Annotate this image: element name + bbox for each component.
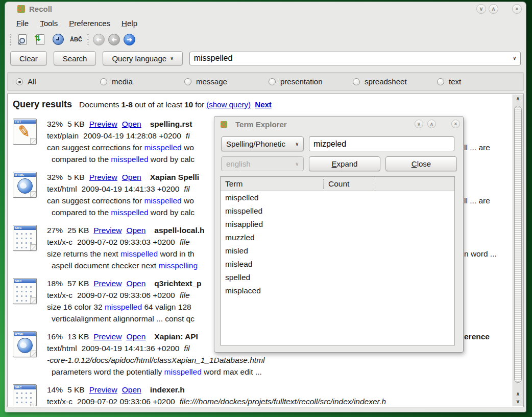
term-row[interactable]: mispelled xyxy=(221,191,454,204)
result-line2: text/x-c2009-07-02 09:33:06 +0200file xyxy=(47,289,219,301)
doc-type-label: SRC xyxy=(14,279,36,283)
toolbar-handle[interactable] xyxy=(87,33,89,45)
count-column-header[interactable]: Count xyxy=(323,179,375,189)
result-score: 32% xyxy=(47,120,63,128)
open-link[interactable]: Open xyxy=(126,332,146,341)
header-filler xyxy=(375,177,454,191)
next-page-icon[interactable]: ➜ xyxy=(124,34,135,45)
filter-message[interactable]: message xyxy=(184,77,269,86)
dialog-maximize-button[interactable]: ∧ xyxy=(427,120,436,128)
dialog-minimize-button[interactable]: ∨ xyxy=(415,120,423,128)
results-scrollbar[interactable]: ∧ ∧ ∨ xyxy=(513,95,523,406)
result-snippet: parameters word the potentially misspell… xyxy=(47,366,513,378)
term-row[interactable]: misspelled xyxy=(221,204,454,218)
radio-media[interactable] xyxy=(100,78,107,85)
filter-text[interactable]: text xyxy=(437,77,521,86)
radio-spreadsheet[interactable] xyxy=(353,78,360,85)
scrollbar-thumb[interactable] xyxy=(514,106,522,383)
close-dialog-button[interactable]: Close xyxy=(385,156,457,171)
filter-presentation[interactable]: presentation xyxy=(269,77,353,86)
open-link[interactable]: Open xyxy=(126,226,146,235)
preview-link[interactable]: Preview xyxy=(93,332,122,341)
show-query-link[interactable]: (show query) xyxy=(206,100,251,109)
titlebar[interactable]: Recoll ∨ ∧ × xyxy=(5,2,526,16)
maximize-button[interactable]: ∧ xyxy=(489,4,498,14)
term-explorer-abc-icon[interactable]: ÅBĈ xyxy=(69,32,83,47)
open-link[interactable]: Open xyxy=(122,385,141,394)
term-row[interactable]: misapplied xyxy=(221,218,454,231)
result-size: 25 KB xyxy=(67,226,89,235)
result-url: file xyxy=(180,238,190,246)
term-row[interactable]: misplaced xyxy=(221,284,454,297)
next-page-link[interactable]: Next xyxy=(255,100,272,109)
result-filename: indexer.h xyxy=(150,385,185,394)
search-button[interactable]: Search xyxy=(54,51,96,65)
term-row[interactable]: muzzled xyxy=(221,231,454,244)
result-score: 27% xyxy=(47,226,63,235)
preview-link[interactable]: Preview xyxy=(89,385,117,394)
menu-file[interactable]: File xyxy=(11,18,34,29)
radio-text[interactable] xyxy=(437,78,444,85)
minimize-button[interactable]: ∨ xyxy=(476,4,486,14)
previous-page-icon[interactable]: ➜ xyxy=(108,34,120,45)
language-dropdown[interactable]: english ∨ xyxy=(221,156,304,171)
sort-update-icon[interactable]: ⇅ xyxy=(33,32,47,47)
radio-message[interactable] xyxy=(184,78,191,85)
search-document-icon[interactable] xyxy=(15,32,30,47)
preview-link[interactable]: Preview xyxy=(93,226,122,235)
first-page-icon[interactable]: ➜ xyxy=(93,34,105,45)
pencil-icon: ✎ xyxy=(16,121,32,141)
scroll-down-icon[interactable]: ∨ xyxy=(513,398,523,405)
result-snippet: can suggest corrections for misspelled w… xyxy=(47,142,219,153)
dialog-titlebar[interactable]: Term Explorer ∨ ∧ × xyxy=(214,117,463,132)
term-row[interactable]: mislead xyxy=(221,258,454,271)
open-link[interactable]: Open xyxy=(122,120,141,128)
result-mime: text/x-c xyxy=(47,291,72,299)
menu-preferences[interactable]: Preferences xyxy=(63,18,116,29)
snippet-text: word max edit ... xyxy=(202,367,262,376)
result-snippet: can suggest corrections for misspelled w… xyxy=(47,195,219,206)
radio-presentation[interactable] xyxy=(269,78,276,85)
search-input[interactable] xyxy=(194,54,510,63)
snippet-text: verticalalignment alignnormal ... const … xyxy=(52,314,195,323)
term-input[interactable] xyxy=(309,136,454,151)
occluded-text-fragment: erence xyxy=(464,331,490,342)
close-button[interactable]: × xyxy=(512,4,522,14)
open-link[interactable]: Open xyxy=(122,173,141,181)
radio-all[interactable] xyxy=(16,78,23,85)
toolbar-handle[interactable] xyxy=(9,33,12,45)
expand-button[interactable]: Expand xyxy=(309,156,380,171)
snippet-text: aspell document checker next xyxy=(52,261,158,270)
preview-link[interactable]: Preview xyxy=(93,279,122,288)
filter-spreadsheet[interactable]: spreadsheet xyxy=(353,77,437,86)
preview-link[interactable]: Preview xyxy=(89,120,117,128)
history-clock-icon[interactable] xyxy=(51,32,65,47)
match-term: misspelled xyxy=(144,196,181,205)
filter-label: spreadsheet xyxy=(365,77,407,86)
doc-icon-src: SRC xyxy=(13,225,37,251)
filter-media[interactable]: media xyxy=(100,77,184,86)
preview-link[interactable]: Preview xyxy=(89,173,117,181)
dialog-close-button[interactable]: × xyxy=(451,120,460,128)
open-link[interactable]: Open xyxy=(126,279,146,288)
menu-tools[interactable]: Tools xyxy=(34,18,63,29)
filter-all[interactable]: All xyxy=(16,77,100,86)
menu-mnemonic: T xyxy=(40,19,44,28)
term-column-header[interactable]: Term xyxy=(221,179,323,189)
match-term: misspelled xyxy=(120,249,158,258)
chevron-down-icon[interactable]: ∨ xyxy=(513,56,516,61)
scroll-up-icon[interactable]: ∧ xyxy=(513,95,523,102)
menu-mnemonic: H xyxy=(122,19,127,28)
query-language-dropdown[interactable]: Query language ∨ xyxy=(103,51,182,65)
term-row[interactable]: misled xyxy=(221,244,454,258)
page-fold xyxy=(30,191,37,198)
doc-type-label: SRC xyxy=(14,385,36,389)
scroll-up-icon[interactable]: ∧ xyxy=(513,390,523,398)
clear-button[interactable]: Clear xyxy=(10,51,47,65)
expansion-mode-dropdown[interactable]: Spelling/Phonetic ∨ xyxy=(221,136,304,151)
doc-type-label: HTML xyxy=(14,332,36,336)
category-filter-bar: Allmediamessagepresentationspreadsheette… xyxy=(7,72,524,91)
menu-help[interactable]: Help xyxy=(116,18,143,29)
search-combobox[interactable]: ∨ xyxy=(189,52,521,65)
term-row[interactable]: spelled xyxy=(221,271,454,284)
